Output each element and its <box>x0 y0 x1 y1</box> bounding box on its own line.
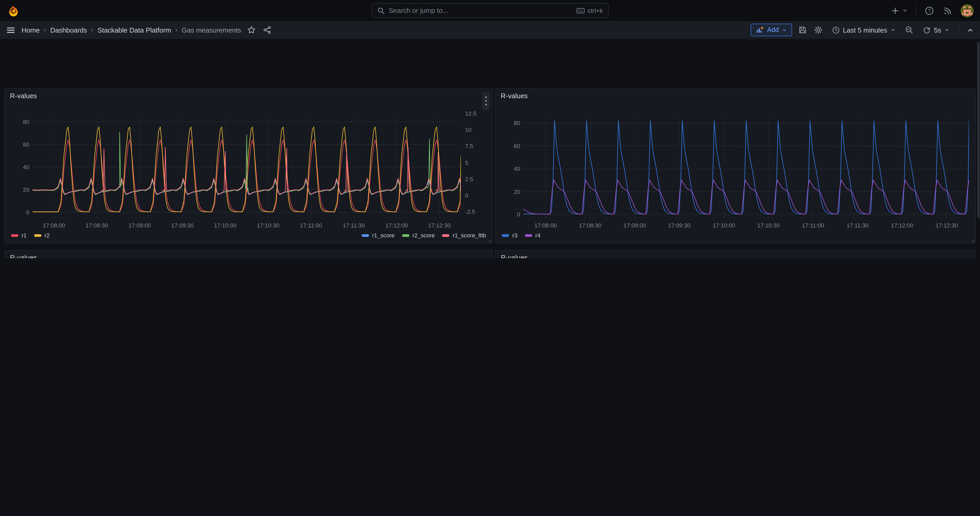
right-y-axis-tick-label: 12.5 <box>465 110 476 117</box>
legend-swatch <box>34 234 41 237</box>
star-icon <box>248 26 256 34</box>
rss-icon <box>943 6 952 15</box>
legend-item-r2[interactable]: r2 <box>34 232 50 239</box>
breadcrumb-separator: › <box>91 26 94 33</box>
chart-plot-area[interactable] <box>33 114 461 219</box>
search-placeholder: Search or jump to... <box>389 6 573 14</box>
panel-resize-handle[interactable] <box>971 239 974 242</box>
x-axis-tick-label: 17:08:30 <box>80 222 114 228</box>
add-panel-button[interactable]: Add <box>751 24 792 36</box>
chevron-down-icon <box>891 27 896 33</box>
refresh-picker[interactable]: 5s <box>920 25 953 34</box>
keyboard-icon <box>577 7 585 14</box>
save-dashboard-button[interactable] <box>797 25 808 35</box>
breadcrumb: Home › Dashboards › Stackable Data Platf… <box>22 26 241 34</box>
chevron-up-icon <box>967 27 974 33</box>
avatar-image <box>961 4 974 17</box>
breadcrumb-home[interactable]: Home <box>22 26 40 34</box>
legend-item-r1[interactable]: r1 <box>11 232 27 239</box>
refresh-interval-label: 5s <box>934 26 941 34</box>
zoom-out-button[interactable] <box>904 25 915 35</box>
right-y-axis-tick-label: 10 <box>465 126 472 134</box>
zoom-out-icon <box>905 26 913 34</box>
x-axis-tick-label: 17:12:00 <box>885 222 919 228</box>
panel-title[interactable]: R-values <box>501 92 528 100</box>
x-axis-tick-label: 17:11:00 <box>294 222 328 228</box>
add-panel-icon <box>756 26 764 33</box>
legend-item-r1_score[interactable]: r1_score <box>362 232 395 239</box>
hamburger-icon <box>6 25 15 34</box>
panel-title[interactable]: R-values <box>10 92 37 100</box>
y-axis-tick-label: 20 <box>497 188 520 195</box>
legend-item-r4[interactable]: r4 <box>525 232 541 239</box>
y-axis-tick-label: 60 <box>497 142 520 150</box>
time-range-label: Last 5 minutes <box>843 26 887 34</box>
x-axis-tick-label: 17:10:00 <box>707 222 741 228</box>
mega-menu-button[interactable] <box>5 24 16 35</box>
breadcrumb-separator: › <box>44 26 46 33</box>
grafana-app: Search or jump to... ctrl+k ? <box>0 0 980 258</box>
search-shortcut: ctrl+k <box>577 7 603 14</box>
news-button[interactable] <box>942 5 953 16</box>
breadcrumb-folder[interactable]: Stackable Data Platform <box>98 26 171 34</box>
panel-title[interactable]: R-values <box>501 254 528 258</box>
x-axis-tick-label: 17:09:00 <box>618 222 652 228</box>
favorite-button[interactable] <box>247 25 257 35</box>
panel-resize-handle[interactable] <box>488 239 491 242</box>
panel: R-values r5r6 02040608017:08:0017:08:301… <box>4 250 493 258</box>
dashboard-toolbar: Home › Dashboards › Stackable Data Platf… <box>0 21 980 39</box>
avatar[interactable] <box>961 4 974 17</box>
search-input[interactable]: Search or jump to... ctrl+k <box>371 3 609 18</box>
search-icon <box>377 7 385 14</box>
breadcrumb-dashboards[interactable]: Dashboards <box>50 26 87 34</box>
nav-divider <box>916 6 916 15</box>
dashboard-settings-button[interactable] <box>813 25 823 35</box>
legend-label: r2 <box>45 232 50 239</box>
gear-icon <box>814 26 822 34</box>
grafana-logo[interactable] <box>7 5 19 16</box>
x-axis-tick-label: 17:12:30 <box>930 222 964 228</box>
y-axis-tick-label: 0 <box>497 211 520 218</box>
x-axis-tick-label: 17:12:30 <box>423 222 456 228</box>
legend-item-r3[interactable]: r3 <box>502 232 517 239</box>
y-axis-tick-label: 40 <box>497 165 520 172</box>
chart-plot-area[interactable] <box>523 114 969 219</box>
panel-menu-icon[interactable] <box>482 91 490 110</box>
right-y-axis-tick-label: -2.5 <box>465 208 475 216</box>
legend-item-r2_score[interactable]: r2_score <box>402 232 435 239</box>
right-y-axis-tick-label: 7.5 <box>465 143 473 150</box>
refresh-icon <box>923 26 931 34</box>
x-axis-tick-label: 17:08:00 <box>529 222 562 228</box>
x-axis-tick-label: 17:10:30 <box>752 222 785 228</box>
share-button[interactable] <box>262 25 273 35</box>
panel-title[interactable]: R-values <box>10 254 37 258</box>
legend-swatch <box>402 234 409 237</box>
scrollbar-thumb[interactable] <box>977 42 980 218</box>
legend-swatch <box>362 234 369 237</box>
help-button[interactable]: ? <box>924 5 935 16</box>
legend-label: r1_score_lttb <box>453 232 486 239</box>
panel-legend: r1r2r1_scorer2_scorer1_score_lttb <box>11 232 486 239</box>
dashboard-canvas: R-values r1r2r1_scorer2_scorer1_score_lt… <box>0 39 980 258</box>
y-axis-tick-label: 20 <box>6 186 29 193</box>
legend-item-r1_score_lttb[interactable]: r1_score_lttb <box>442 232 486 239</box>
x-axis-tick-label: 17:08:30 <box>573 222 607 228</box>
y-axis-tick-label: 60 <box>6 141 29 148</box>
grafana-flame-icon <box>7 5 19 16</box>
right-y-axis-tick-label: 2.5 <box>465 175 473 183</box>
panel: R-values r7r8 02040608017:08:0017:08:301… <box>495 250 976 258</box>
y-axis-tick-label: 80 <box>6 118 29 126</box>
time-range-picker[interactable]: Last 5 minutes <box>829 25 899 34</box>
x-axis-tick-label: 17:08:00 <box>37 222 71 228</box>
x-axis-tick-label: 17:12:00 <box>380 222 414 228</box>
new-menu-button[interactable] <box>890 5 908 16</box>
legend-swatch <box>442 234 450 237</box>
legend-label: r1_score <box>372 232 395 239</box>
y-axis-tick-label: 0 <box>6 209 29 216</box>
question-circle-icon: ? <box>925 6 934 15</box>
svg-text:?: ? <box>928 8 931 13</box>
collapse-toolbar-button[interactable] <box>966 25 975 34</box>
legend-label: r1 <box>22 232 27 239</box>
chevron-down-icon <box>944 27 950 33</box>
right-y-axis-tick-label: 5 <box>465 159 468 166</box>
